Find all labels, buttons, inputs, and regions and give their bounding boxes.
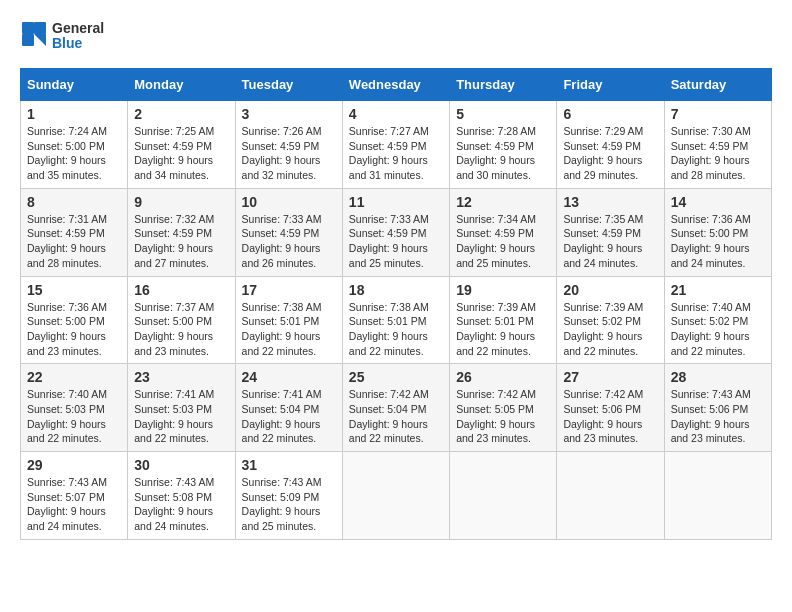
day-number: 8 (27, 194, 121, 210)
day-info: Sunrise: 7:38 AMSunset: 5:01 PMDaylight:… (242, 300, 336, 359)
calendar-cell: 15Sunrise: 7:36 AMSunset: 5:00 PMDayligh… (21, 276, 128, 364)
calendar-cell: 30Sunrise: 7:43 AMSunset: 5:08 PMDayligh… (128, 452, 235, 540)
calendar-cell: 24Sunrise: 7:41 AMSunset: 5:04 PMDayligh… (235, 364, 342, 452)
day-number: 21 (671, 282, 765, 298)
day-number: 12 (456, 194, 550, 210)
logo: General Blue (20, 20, 104, 52)
day-info: Sunrise: 7:43 AMSunset: 5:06 PMDaylight:… (671, 387, 765, 446)
day-info: Sunrise: 7:39 AMSunset: 5:01 PMDaylight:… (456, 300, 550, 359)
calendar-cell: 31Sunrise: 7:43 AMSunset: 5:09 PMDayligh… (235, 452, 342, 540)
day-info: Sunrise: 7:41 AMSunset: 5:04 PMDaylight:… (242, 387, 336, 446)
weekday-header-wednesday: Wednesday (342, 69, 449, 101)
day-info: Sunrise: 7:36 AMSunset: 5:00 PMDaylight:… (27, 300, 121, 359)
day-number: 24 (242, 369, 336, 385)
calendar-cell: 18Sunrise: 7:38 AMSunset: 5:01 PMDayligh… (342, 276, 449, 364)
day-info: Sunrise: 7:35 AMSunset: 4:59 PMDaylight:… (563, 212, 657, 271)
calendar-header-row: SundayMondayTuesdayWednesdayThursdayFrid… (21, 69, 772, 101)
calendar-cell: 6Sunrise: 7:29 AMSunset: 4:59 PMDaylight… (557, 101, 664, 189)
day-number: 19 (456, 282, 550, 298)
day-info: Sunrise: 7:42 AMSunset: 5:05 PMDaylight:… (456, 387, 550, 446)
day-number: 18 (349, 282, 443, 298)
day-info: Sunrise: 7:24 AMSunset: 5:00 PMDaylight:… (27, 124, 121, 183)
calendar-week-4: 22Sunrise: 7:40 AMSunset: 5:03 PMDayligh… (21, 364, 772, 452)
day-info: Sunrise: 7:37 AMSunset: 5:00 PMDaylight:… (134, 300, 228, 359)
calendar-week-5: 29Sunrise: 7:43 AMSunset: 5:07 PMDayligh… (21, 452, 772, 540)
day-number: 11 (349, 194, 443, 210)
day-info: Sunrise: 7:39 AMSunset: 5:02 PMDaylight:… (563, 300, 657, 359)
day-info: Sunrise: 7:43 AMSunset: 5:08 PMDaylight:… (134, 475, 228, 534)
svg-marker-3 (34, 34, 46, 46)
calendar-cell: 11Sunrise: 7:33 AMSunset: 4:59 PMDayligh… (342, 188, 449, 276)
calendar-cell: 23Sunrise: 7:41 AMSunset: 5:03 PMDayligh… (128, 364, 235, 452)
calendar-cell: 16Sunrise: 7:37 AMSunset: 5:00 PMDayligh… (128, 276, 235, 364)
day-info: Sunrise: 7:33 AMSunset: 4:59 PMDaylight:… (349, 212, 443, 271)
day-number: 13 (563, 194, 657, 210)
weekday-header-sunday: Sunday (21, 69, 128, 101)
day-number: 1 (27, 106, 121, 122)
calendar-cell: 14Sunrise: 7:36 AMSunset: 5:00 PMDayligh… (664, 188, 771, 276)
calendar-cell: 21Sunrise: 7:40 AMSunset: 5:02 PMDayligh… (664, 276, 771, 364)
day-info: Sunrise: 7:40 AMSunset: 5:02 PMDaylight:… (671, 300, 765, 359)
day-info: Sunrise: 7:26 AMSunset: 4:59 PMDaylight:… (242, 124, 336, 183)
calendar-cell (450, 452, 557, 540)
day-info: Sunrise: 7:31 AMSunset: 4:59 PMDaylight:… (27, 212, 121, 271)
day-info: Sunrise: 7:42 AMSunset: 5:04 PMDaylight:… (349, 387, 443, 446)
day-number: 3 (242, 106, 336, 122)
day-number: 28 (671, 369, 765, 385)
calendar-cell: 4Sunrise: 7:27 AMSunset: 4:59 PMDaylight… (342, 101, 449, 189)
day-number: 4 (349, 106, 443, 122)
day-info: Sunrise: 7:27 AMSunset: 4:59 PMDaylight:… (349, 124, 443, 183)
day-info: Sunrise: 7:29 AMSunset: 4:59 PMDaylight:… (563, 124, 657, 183)
calendar-week-3: 15Sunrise: 7:36 AMSunset: 5:00 PMDayligh… (21, 276, 772, 364)
calendar-cell: 29Sunrise: 7:43 AMSunset: 5:07 PMDayligh… (21, 452, 128, 540)
day-number: 23 (134, 369, 228, 385)
calendar-cell: 28Sunrise: 7:43 AMSunset: 5:06 PMDayligh… (664, 364, 771, 452)
calendar-cell (557, 452, 664, 540)
day-info: Sunrise: 7:33 AMSunset: 4:59 PMDaylight:… (242, 212, 336, 271)
calendar-cell (342, 452, 449, 540)
svg-rect-2 (22, 34, 34, 46)
svg-rect-1 (34, 22, 46, 34)
day-info: Sunrise: 7:34 AMSunset: 4:59 PMDaylight:… (456, 212, 550, 271)
calendar-table: SundayMondayTuesdayWednesdayThursdayFrid… (20, 68, 772, 540)
page-header: General Blue (20, 20, 772, 52)
day-info: Sunrise: 7:42 AMSunset: 5:06 PMDaylight:… (563, 387, 657, 446)
day-info: Sunrise: 7:28 AMSunset: 4:59 PMDaylight:… (456, 124, 550, 183)
calendar-cell: 19Sunrise: 7:39 AMSunset: 5:01 PMDayligh… (450, 276, 557, 364)
calendar-cell: 10Sunrise: 7:33 AMSunset: 4:59 PMDayligh… (235, 188, 342, 276)
calendar-cell: 8Sunrise: 7:31 AMSunset: 4:59 PMDaylight… (21, 188, 128, 276)
day-number: 15 (27, 282, 121, 298)
logo-text-general: General (52, 21, 104, 36)
day-number: 6 (563, 106, 657, 122)
day-info: Sunrise: 7:43 AMSunset: 5:07 PMDaylight:… (27, 475, 121, 534)
calendar-cell: 5Sunrise: 7:28 AMSunset: 4:59 PMDaylight… (450, 101, 557, 189)
day-number: 14 (671, 194, 765, 210)
calendar-cell: 22Sunrise: 7:40 AMSunset: 5:03 PMDayligh… (21, 364, 128, 452)
day-number: 27 (563, 369, 657, 385)
day-info: Sunrise: 7:25 AMSunset: 4:59 PMDaylight:… (134, 124, 228, 183)
day-number: 17 (242, 282, 336, 298)
day-number: 30 (134, 457, 228, 473)
day-number: 25 (349, 369, 443, 385)
day-info: Sunrise: 7:40 AMSunset: 5:03 PMDaylight:… (27, 387, 121, 446)
weekday-header-tuesday: Tuesday (235, 69, 342, 101)
calendar-cell: 2Sunrise: 7:25 AMSunset: 4:59 PMDaylight… (128, 101, 235, 189)
calendar-cell: 9Sunrise: 7:32 AMSunset: 4:59 PMDaylight… (128, 188, 235, 276)
calendar-week-1: 1Sunrise: 7:24 AMSunset: 5:00 PMDaylight… (21, 101, 772, 189)
weekday-header-friday: Friday (557, 69, 664, 101)
day-number: 16 (134, 282, 228, 298)
day-number: 29 (27, 457, 121, 473)
calendar-cell: 27Sunrise: 7:42 AMSunset: 5:06 PMDayligh… (557, 364, 664, 452)
weekday-header-monday: Monday (128, 69, 235, 101)
calendar-cell: 3Sunrise: 7:26 AMSunset: 4:59 PMDaylight… (235, 101, 342, 189)
calendar-cell: 20Sunrise: 7:39 AMSunset: 5:02 PMDayligh… (557, 276, 664, 364)
weekday-header-thursday: Thursday (450, 69, 557, 101)
day-number: 31 (242, 457, 336, 473)
weekday-header-saturday: Saturday (664, 69, 771, 101)
day-info: Sunrise: 7:36 AMSunset: 5:00 PMDaylight:… (671, 212, 765, 271)
day-number: 10 (242, 194, 336, 210)
day-info: Sunrise: 7:30 AMSunset: 4:59 PMDaylight:… (671, 124, 765, 183)
calendar-cell (664, 452, 771, 540)
svg-rect-0 (22, 22, 34, 34)
calendar-cell: 1Sunrise: 7:24 AMSunset: 5:00 PMDaylight… (21, 101, 128, 189)
